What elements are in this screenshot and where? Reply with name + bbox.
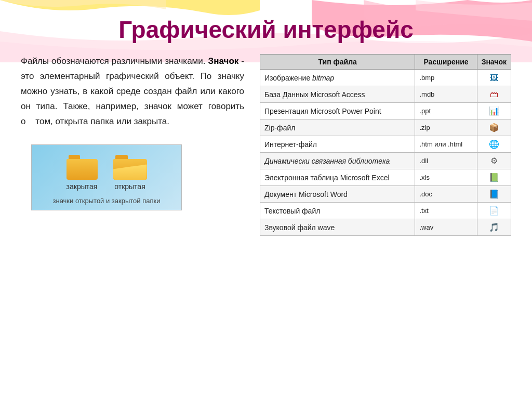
bold-word: Значок [208, 56, 239, 66]
description-intro: Файлы обозначаются различными значками. [21, 56, 208, 66]
page-title: Графический интерфейс [21, 0, 511, 54]
file-ext-cell: .doc [415, 186, 477, 203]
closed-folder-label: закрытая [66, 182, 98, 191]
table-row: Звуковой файл wave .wav 🎵 [260, 219, 511, 236]
folders-row: закрытая открытая [66, 153, 147, 191]
open-folder-icon [113, 153, 147, 180]
file-type-cell: Интернет-файл [260, 136, 415, 153]
file-type-cell: Текстовый файл [260, 203, 415, 219]
file-icon-cell: 📦 [477, 119, 511, 136]
file-ext-cell: .ppt [415, 103, 477, 119]
file-type-table: Тип файла Расширение Значок Изображение … [260, 54, 511, 236]
col-header-ext: Расширение [415, 55, 477, 70]
table-row: Интернет-файл .htm или .html 🌐 [260, 136, 511, 153]
closed-folder-icon [66, 155, 98, 180]
file-ext-cell: .mdb [415, 86, 477, 103]
file-icon-cell: 📘 [477, 186, 511, 203]
file-ext-cell: .dll [415, 153, 477, 169]
table-row: Документ Microsoft Word .doc 📘 [260, 186, 511, 203]
file-icon-cell: 🖼 [477, 70, 511, 86]
table-row: Zip-файл .zip 📦 [260, 119, 511, 136]
file-icon-cell: 📗 [477, 169, 511, 186]
table-row: Текстовый файл .txt 📄 [260, 203, 511, 219]
file-icon-cell: 🎵 [477, 219, 511, 236]
open-folder-item: открытая [113, 153, 147, 191]
file-type-cell: Zip-файл [260, 119, 415, 136]
file-icon-cell: ⚙ [477, 153, 511, 169]
table-row: Электронная таблица Microsoft Excel .xls… [260, 169, 511, 186]
folder-image-container: закрытая открытая значки открыто [31, 144, 182, 210]
file-type-cell: База Данных Microsoft Access [260, 86, 415, 103]
file-ext-cell: .wav [415, 219, 477, 236]
file-type-cell: Электронная таблица Microsoft Excel [260, 169, 415, 186]
file-icon-cell: 📄 [477, 203, 511, 219]
open-folder-label: открытая [114, 182, 145, 191]
table-row: База Данных Microsoft Access .mdb 🗃 [260, 86, 511, 103]
table-row: Динамически связанная библиотека .dll ⚙ [260, 153, 511, 169]
right-panel: Тип файла Расширение Значок Изображение … [260, 54, 511, 236]
left-panel: Файлы обозначаются различными значками. … [21, 54, 244, 210]
col-header-icon: Значок [477, 55, 511, 70]
file-type-cell: Динамически связанная библиотека [260, 153, 415, 169]
col-header-type: Тип файла [260, 55, 415, 70]
file-ext-cell: .txt [415, 203, 477, 219]
file-type-cell: Презентация Microsoft Power Point [260, 103, 415, 119]
file-ext-cell: .htm или .html [415, 136, 477, 153]
file-ext-cell: .bmp [415, 70, 477, 86]
closed-folder-item: закрытая [66, 155, 98, 191]
file-icon-cell: 🗃 [477, 86, 511, 103]
file-type-cell: Звуковой файл wave [260, 219, 415, 236]
description-rest: - это элементарный графический объект. П… [21, 56, 244, 126]
main-content: Файлы обозначаются различными значками. … [21, 54, 511, 236]
file-icon-cell: 🌐 [477, 136, 511, 153]
file-ext-cell: .xls [415, 169, 477, 186]
table-header-row: Тип файла Расширение Значок [260, 55, 511, 70]
file-type-cell: Изображение bitmap [260, 70, 415, 86]
folder-image: закрытая открытая значки открыто [31, 144, 182, 210]
description-text: Файлы обозначаются различными значками. … [21, 54, 244, 129]
folder-caption: значки открытой и закрытой папки [53, 197, 161, 205]
file-type-cell: Документ Microsoft Word [260, 186, 415, 203]
file-ext-cell: .zip [415, 119, 477, 136]
file-icon-cell: 📊 [477, 103, 511, 119]
table-row: Презентация Microsoft Power Point .ppt 📊 [260, 103, 511, 119]
table-row: Изображение bitmap .bmp 🖼 [260, 70, 511, 86]
